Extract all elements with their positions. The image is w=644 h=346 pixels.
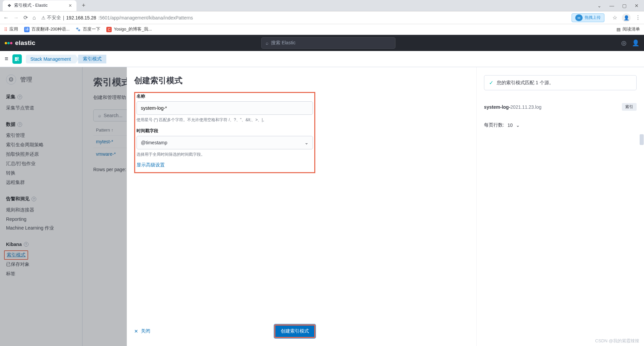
elastic-favicon: ❖ (7, 3, 11, 8)
timestamp-select[interactable]: @timestamp ⌄ (137, 136, 313, 149)
bookmark-2[interactable]: 🐾 百度一下 (75, 27, 100, 32)
window-controls: ⌄ — ▢ ✕ (597, 3, 644, 8)
callout-text: 您的索引模式匹配 1 个源。 (497, 80, 554, 86)
chevron-down-icon: ⌄ (516, 122, 520, 128)
separator: | (63, 15, 64, 20)
profile-avatar[interactable]: 👤 (622, 13, 631, 22)
user-avatar-icon[interactable]: 👤 (632, 39, 639, 47)
check-icon: ✓ (489, 80, 493, 86)
kebab-menu-icon[interactable]: ⋮ (635, 14, 641, 21)
brand-text: elastic (15, 39, 36, 47)
search-placeholder: 搜索 Elastic (271, 40, 296, 46)
create-index-pattern-button[interactable]: 创建索引模式 (274, 325, 315, 338)
scrollbar-thumb[interactable] (640, 134, 644, 145)
minimize-icon[interactable]: — (609, 3, 614, 8)
browser-tab[interactable]: ❖ 索引模式 - Elastic × (3, 0, 76, 11)
source-rest: 2021.11.23.log (511, 104, 542, 110)
show-advanced-link[interactable]: 显示高级设置 (137, 162, 165, 167)
close-icon: ✕ (134, 329, 138, 334)
maximize-icon[interactable]: ▢ (622, 3, 627, 8)
close-label: 关闭 (141, 328, 150, 334)
insecure-indicator[interactable]: ⚠ 不安全 (41, 15, 61, 21)
logo-mark (5, 42, 12, 44)
source-badge: 索引 (622, 103, 637, 111)
baidu-icon: 🐾 (75, 27, 81, 32)
insecure-text: 不安全 (47, 15, 61, 21)
name-help: 使用星号 (*) 匹配多个字符。不允许使用空格和字符 /、?、"、&lt;、>、… (137, 117, 313, 123)
crumb-index-patterns[interactable]: 索引模式 (78, 55, 106, 63)
url-bar[interactable]: ⚠ 不安全 | 192.168.15.28:5601/app/managemen… (41, 13, 567, 22)
bookmark-1[interactable]: 译 百度翻译-200种语... (24, 27, 69, 32)
name-input[interactable] (137, 101, 313, 115)
browser-tab-bar: ❖ 索引模式 - Elastic × + ⌄ — ▢ ✕ (0, 0, 644, 11)
close-tab-icon[interactable]: × (69, 3, 72, 9)
close-window-icon[interactable]: ✕ (635, 3, 639, 8)
cloud-icon: ∞ (575, 14, 583, 21)
translate-icon: 译 (24, 27, 30, 32)
new-tab-button[interactable]: + (79, 2, 88, 9)
upload-pill[interactable]: ∞ 拖拽上传 (572, 13, 604, 22)
watermark: CSDN @我的紫霞辣辣 (595, 338, 639, 344)
reading-list-button[interactable]: ▤ 阅读清单 (616, 27, 640, 32)
bookmark-2-label: 百度一下 (83, 27, 100, 32)
flyout-side-panel: ✓ 您的索引模式匹配 1 个源。 system-log-2021.11.23.l… (476, 67, 644, 346)
match-callout: ✓ 您的索引模式匹配 1 个源。 (484, 75, 637, 90)
browser-nav-bar: ← → ⟳ ⌂ ⚠ 不安全 | 192.168.15.28:5601/app/m… (0, 11, 644, 24)
name-label: 名称 (137, 94, 313, 99)
bookmark-3-label: Yosigo_的博客_我... (114, 27, 152, 32)
perpage-label: 每页行数: (484, 122, 504, 128)
chevron-down-icon: ⌄ (305, 140, 309, 145)
highlighted-form-area: 名称 使用星号 (*) 匹配多个字符。不允许使用空格和字符 /、?、"、&lt;… (134, 92, 315, 173)
per-page-selector[interactable]: 每页行数: 10 ⌄ (484, 122, 637, 128)
star-icon[interactable]: ☆ (612, 14, 617, 21)
apps-label: 应用 (9, 27, 18, 32)
flyout-title: 创建索引模式 (134, 75, 469, 86)
app-body: ⚙ 管理 采集? 采集节点管道 数据? 索引管理 索引生命周期策略 拍取快照并还… (0, 67, 644, 346)
app-header: elastic ⌕ 搜索 Elastic ◎ 👤 (0, 35, 644, 51)
reload-icon[interactable]: ⟳ (23, 14, 28, 21)
crumb-stack-management[interactable]: Stack Management (26, 55, 76, 63)
url-path: :5601/app/management/kibana/indexPattern… (98, 15, 193, 20)
csdn-icon: C (106, 27, 112, 32)
source-match: system-log- (484, 104, 511, 110)
url-host: 192.168.15.28 (66, 15, 96, 20)
bookmark-bar: ⠿ 应用 译 百度翻译-200种语... 🐾 百度一下 C Yosigo_的博客… (0, 24, 644, 35)
bookmark-1-label: 百度翻译-200种语... (32, 27, 69, 32)
chevron-down-icon[interactable]: ⌄ (597, 3, 601, 8)
apps-icon: ⠿ (4, 27, 7, 32)
source-row: system-log-2021.11.23.log 索引 (484, 100, 637, 114)
warning-icon: ⚠ (41, 15, 46, 20)
reading-list-icon: ▤ (616, 27, 621, 32)
back-icon[interactable]: ← (3, 15, 9, 21)
perpage-value: 10 (507, 122, 513, 128)
reading-list-label: 阅读清单 (623, 27, 640, 32)
close-button[interactable]: ✕ 关闭 (134, 328, 150, 334)
upload-pill-label: 拖拽上传 (585, 15, 601, 20)
timestamp-help: 选择用于全局时间筛选的时间戳字段。 (137, 152, 313, 157)
breadcrumb-bar: ≡ 默 Stack Management 索引模式 (0, 51, 644, 67)
hamburger-icon[interactable]: ≡ (5, 55, 8, 62)
create-index-pattern-flyout: 创建索引模式 名称 使用星号 (*) 匹配多个字符。不允许使用空格和字符 /、?… (127, 67, 644, 346)
search-icon: ⌕ (266, 40, 268, 46)
home-icon[interactable]: ⌂ (33, 15, 36, 21)
timestamp-label: 时间戳字段 (137, 128, 313, 134)
forward-icon[interactable]: → (13, 15, 19, 21)
space-badge[interactable]: 默 (12, 54, 22, 64)
tab-title: 索引模式 - Elastic (14, 3, 48, 8)
timestamp-value: @timestamp (141, 140, 167, 145)
help-icon[interactable]: ◎ (621, 39, 627, 47)
global-search[interactable]: ⌕ 搜索 Elastic (261, 37, 395, 49)
bookmark-3[interactable]: C Yosigo_的博客_我... (106, 27, 152, 32)
elastic-logo[interactable]: elastic (5, 39, 36, 47)
apps-button[interactable]: ⠿ 应用 (4, 27, 18, 32)
